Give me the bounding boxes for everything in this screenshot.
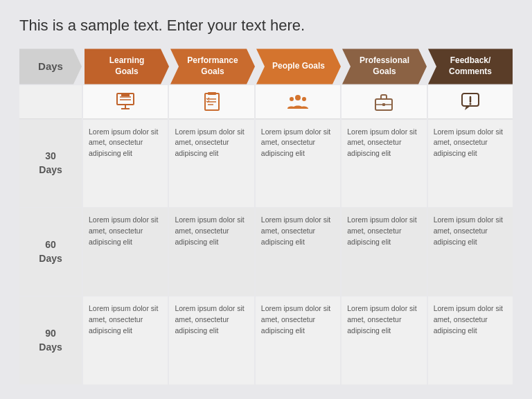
svg-rect-5 — [121, 94, 130, 96]
row-30-days: 30Days Lorem ipsum dolor sit amet, onsec… — [19, 120, 513, 208]
professional-icon — [373, 91, 395, 113]
cell-60-professional: Lorem ipsum dolor sit amet, onsectetur a… — [342, 208, 426, 296]
slide-title: This is a sample text. Enter your text h… — [19, 17, 513, 35]
cell-30-professional: Lorem ipsum dolor sit amet, onsectetur a… — [342, 120, 426, 208]
icon-cell-feedback — [428, 85, 513, 119]
people-icon — [287, 91, 309, 113]
cell-60-performance: Lorem ipsum dolor sit amet, onsectetur a… — [169, 208, 254, 296]
slide: This is a sample text. Enter your text h… — [0, 0, 532, 399]
svg-point-19 — [469, 103, 471, 105]
performance-icon — [201, 91, 223, 113]
icon-cell-people — [256, 85, 340, 119]
cell-60-learning: Lorem ipsum dolor sit amet, onsectetur a… — [83, 208, 168, 296]
cell-30-learning: Lorem ipsum dolor sit amet, onsectetur a… — [83, 120, 168, 208]
col-header-people: People Goals — [256, 48, 341, 84]
days-90: 90Days — [19, 296, 82, 384]
cell-90-learning: Lorem ipsum dolor sit amet, onsectetur a… — [83, 296, 168, 384]
cell-30-feedback: Lorem ipsum dolor sit amet, onsectetur a… — [428, 120, 513, 208]
svg-rect-7 — [208, 92, 216, 95]
svg-point-12 — [290, 97, 294, 101]
svg-rect-16 — [382, 103, 385, 106]
learning-icon — [114, 91, 136, 113]
col-header-feedback: Feedback/ Comments — [428, 48, 513, 84]
svg-point-11 — [295, 95, 301, 100]
feedback-icon — [459, 91, 481, 113]
days-60: 60Days — [19, 208, 82, 296]
header-row: Days Learning Goals Performance Goals Pe… — [19, 48, 513, 84]
cell-90-feedback: Lorem ipsum dolor sit amet, onsectetur a… — [428, 296, 513, 384]
icon-cell-performance — [169, 85, 254, 119]
row-60-days: 60Days Lorem ipsum dolor sit amet, onsec… — [19, 208, 513, 296]
goals-table: Days Learning Goals Performance Goals Pe… — [19, 48, 513, 385]
col-header-learning: Learning Goals — [85, 48, 169, 84]
days-header: Days — [19, 48, 82, 84]
row-90-days: 90Days Lorem ipsum dolor sit amet, onsec… — [19, 296, 513, 384]
svg-point-13 — [302, 97, 306, 101]
icon-cell-learning — [83, 85, 168, 119]
cell-90-people: Lorem ipsum dolor sit amet, onsectetur a… — [256, 296, 340, 384]
icon-row — [19, 85, 513, 119]
icon-cell-professional — [342, 85, 426, 119]
days-30: 30Days — [19, 120, 82, 208]
cell-90-professional: Lorem ipsum dolor sit amet, onsectetur a… — [342, 296, 426, 384]
cell-90-performance: Lorem ipsum dolor sit amet, onsectetur a… — [169, 296, 254, 384]
cell-30-performance: Lorem ipsum dolor sit amet, onsectetur a… — [169, 120, 254, 208]
cell-30-people: Lorem ipsum dolor sit amet, onsectetur a… — [256, 120, 340, 208]
cell-60-people: Lorem ipsum dolor sit amet, onsectetur a… — [256, 208, 340, 296]
cell-60-feedback: Lorem ipsum dolor sit amet, onsectetur a… — [428, 208, 513, 296]
col-header-performance: Performance Goals — [170, 48, 255, 84]
col-header-professional: Professional Goals — [342, 48, 427, 84]
icon-days-cell — [19, 85, 82, 119]
